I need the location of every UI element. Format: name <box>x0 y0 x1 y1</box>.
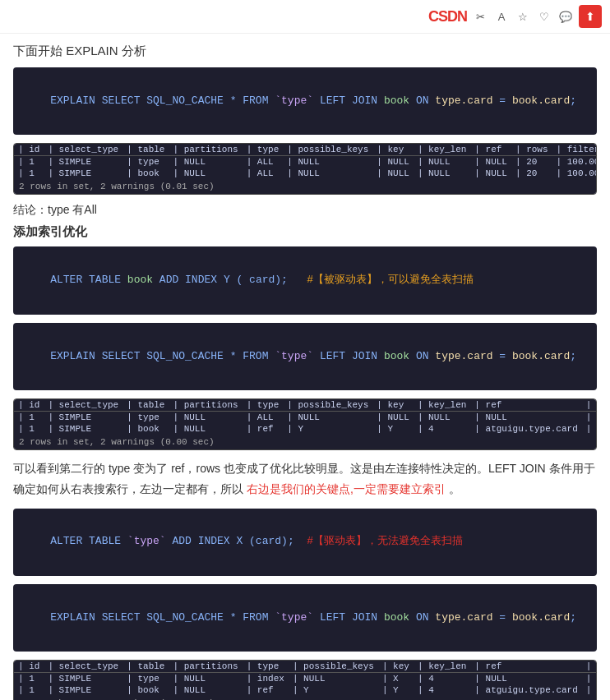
share-button[interactable]: ⬆ <box>579 5 602 28</box>
main-content: 下面开始 EXPLAIN 分析 EXPLAIN SELECT SQL_NO_CA… <box>0 34 610 700</box>
comment-icon[interactable]: 💬 <box>557 8 574 25</box>
result-table-3: | id| select_type| table| partitions| ty… <box>13 660 597 700</box>
top-bar: CSDN ✂ A ☆ ♡ 💬 ⬆ <box>0 0 610 34</box>
sub-section-title: 添加索引优化 <box>13 224 597 240</box>
table1-footer: 2 rows in set, 2 warnings (0.01 sec) <box>14 179 596 194</box>
para-text-1: 可以看到第二行的 type 变为了 ref，rows 也变成了优化比较明显。这是… <box>13 458 597 500</box>
conclusion-text: 结论：type 有All <box>13 203 597 218</box>
code-block-3: EXPLAIN SELECT SQL_NO_CACHE * FROM `type… <box>13 323 597 390</box>
code-block-4: ALTER TABLE `type` ADD INDEX X (card); #… <box>13 509 597 576</box>
code-block-5: EXPLAIN SELECT SQL_NO_CACHE * FROM `type… <box>13 584 597 652</box>
font-icon[interactable]: A <box>493 8 510 25</box>
csdn-logo: CSDN <box>428 8 467 25</box>
table3-footer: 2 rows in set, 2 warnings (0.00 sec) <box>14 696 596 700</box>
result-table-1: | id| select_type| table| partitions| ty… <box>13 143 597 195</box>
section-title: 下面开始 EXPLAIN 分析 <box>13 44 597 59</box>
bookmark-icon[interactable]: ☆ <box>515 8 531 25</box>
top-icons: CSDN ✂ A ☆ ♡ 💬 ⬆ <box>428 5 602 28</box>
code-block-2: ALTER TABLE book ADD INDEX Y ( card); #【… <box>13 246 597 314</box>
share-icon[interactable]: ✂ <box>472 8 488 25</box>
code-block-1: EXPLAIN SELECT SQL_NO_CACHE * FROM `type… <box>13 67 597 135</box>
result-table-2: | id| select_type| table| partitions| ty… <box>13 398 597 450</box>
table2-footer: 2 rows in set, 2 warnings (0.00 sec) <box>14 435 596 449</box>
like-icon[interactable]: ♡ <box>536 8 552 25</box>
